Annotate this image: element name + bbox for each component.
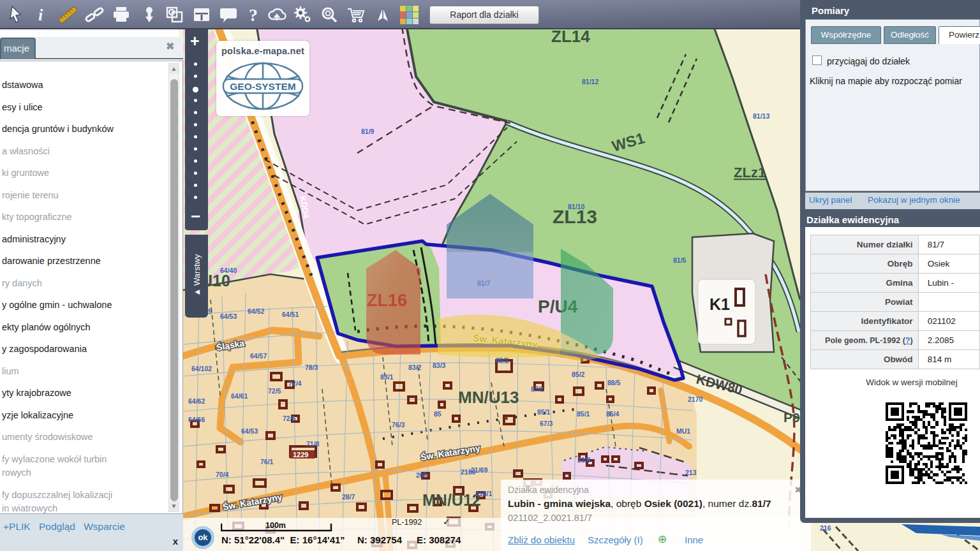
- svg-text:76/3: 76/3: [392, 421, 405, 429]
- svg-text:83/3: 83/3: [433, 362, 446, 369]
- svg-text:i: i: [38, 6, 43, 24]
- svg-text:ZL14: ZL14: [551, 27, 590, 46]
- svg-text:K1: K1: [709, 295, 730, 313]
- svg-text:1229: 1229: [293, 451, 308, 459]
- svg-text:206: 206: [416, 471, 427, 479]
- svg-text:87/2: 87/2: [531, 385, 544, 393]
- svg-text:MN/U12: MN/U12: [422, 491, 481, 509]
- svg-text:64/66: 64/66: [188, 416, 205, 423]
- svg-text:81/12: 81/12: [582, 78, 598, 85]
- svg-text:64/52: 64/52: [248, 307, 264, 315]
- svg-text:83/2: 83/2: [408, 364, 422, 371]
- svg-text:71/8: 71/8: [306, 440, 320, 448]
- svg-text:78/3: 78/3: [305, 364, 318, 371]
- svg-text:64/61: 64/61: [231, 392, 248, 400]
- svg-text:76/1: 76/1: [260, 458, 274, 466]
- svg-text:64/40: 64/40: [220, 267, 237, 274]
- svg-text:2180: 2180: [461, 468, 476, 476]
- svg-text:85: 85: [434, 410, 442, 418]
- svg-text:64/57: 64/57: [250, 352, 267, 360]
- svg-text:ZLz1: ZLz1: [734, 165, 766, 180]
- svg-text:70/4: 70/4: [216, 471, 229, 478]
- svg-text:72/4: 72/4: [288, 379, 302, 387]
- svg-text:P9: P9: [783, 410, 800, 425]
- svg-text:81/9: 81/9: [361, 128, 375, 135]
- svg-text:MN/U13: MN/U13: [458, 388, 519, 407]
- svg-text:100m: 100m: [265, 522, 286, 530]
- svg-text:81/10: 81/10: [568, 203, 584, 210]
- svg-text:64/53: 64/53: [220, 312, 237, 320]
- svg-text:64/62: 64/62: [188, 397, 205, 405]
- svg-text:85/1: 85/1: [537, 408, 551, 416]
- svg-text:85/2: 85/2: [572, 371, 585, 378]
- svg-text:88/5: 88/5: [607, 379, 621, 386]
- svg-text:213: 213: [685, 469, 697, 476]
- svg-text:GEO-SYSTEM: GEO-SYSTEM: [230, 81, 295, 92]
- svg-text:67/3: 67/3: [540, 420, 553, 427]
- svg-text:64/102: 64/102: [191, 365, 212, 372]
- svg-text:2170: 2170: [688, 395, 703, 403]
- svg-text:64/51: 64/51: [282, 311, 299, 318]
- svg-text:21/8: 21/8: [577, 456, 591, 464]
- svg-text:83/1: 83/1: [380, 373, 394, 381]
- svg-text:81/13: 81/13: [753, 112, 769, 120]
- svg-text:28/7: 28/7: [342, 493, 355, 501]
- svg-text:MU1: MU1: [676, 427, 690, 435]
- svg-text:85/1: 85/1: [577, 410, 590, 418]
- svg-text:72/5: 72/5: [268, 387, 281, 395]
- svg-text:72/6: 72/6: [283, 415, 296, 422]
- svg-text:218/1: 218/1: [475, 490, 492, 497]
- svg-text:81/5: 81/5: [673, 256, 687, 264]
- svg-text:85/2: 85/2: [496, 356, 509, 364]
- svg-text:?: ?: [249, 5, 258, 24]
- svg-text:64/53: 64/53: [241, 427, 258, 435]
- svg-text:216: 216: [820, 524, 831, 532]
- svg-text:85/4: 85/4: [606, 410, 620, 418]
